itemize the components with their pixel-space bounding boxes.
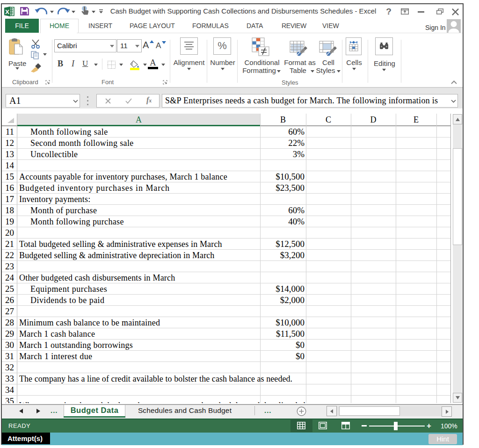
svg-text:X: X [5,8,9,15]
